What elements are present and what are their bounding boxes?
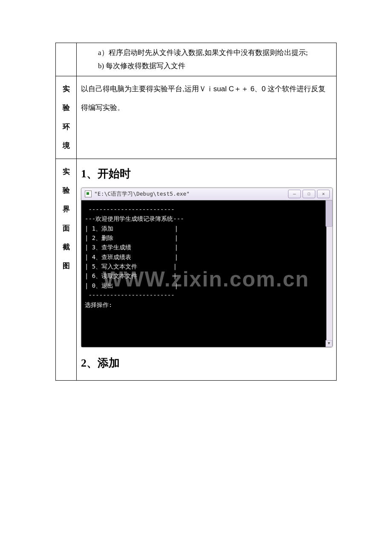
maximize-button[interactable]: ☐ bbox=[303, 190, 315, 198]
console-line: | 1、添加 | bbox=[85, 224, 323, 233]
console-body: ▲ ▼ ------------------------ ---欢迎使用学生成绩… bbox=[81, 200, 332, 347]
console-line: ------------------------ bbox=[85, 205, 323, 214]
row2-label-cell: 实验环境 bbox=[56, 76, 77, 159]
heading-start: 1、开始时 bbox=[81, 164, 332, 184]
console-line: | 6、读取文本文件 | bbox=[85, 271, 323, 280]
row3-label-cell: 实验界面截图 bbox=[56, 159, 77, 380]
console-line: ---欢迎使用学生成绩记录簿系统--- bbox=[85, 214, 323, 223]
row2-text: 以自己得电脑为主要得实验平台,运用Ｖｉsual C＋＋ 6、0 这个软件进行反复… bbox=[81, 80, 332, 117]
console-line: 选择操作: bbox=[85, 300, 323, 309]
console-titlebar: "E:\C语言学习\Debug\test5.exe" — ☐ ✕ bbox=[81, 188, 332, 200]
minimize-icon: — bbox=[293, 190, 296, 198]
app-icon bbox=[85, 191, 92, 197]
row1-line-b: b) 每次修改得数据写入文件 bbox=[81, 60, 332, 73]
console-line: | 5、写入文本文件 | bbox=[85, 262, 323, 271]
console-line: ------------------------ bbox=[85, 290, 323, 300]
close-icon: ✕ bbox=[322, 190, 325, 198]
minimize-button[interactable]: — bbox=[288, 190, 301, 198]
table-row: 实验环境 以自己得电脑为主要得实验平台,运用Ｖｉsual C＋＋ 6、0 这个软… bbox=[56, 76, 337, 159]
row1-content-cell: a）程序启动时先从文件读入数据,如果文件中没有数据则给出提示; b) 每次修改得… bbox=[77, 43, 337, 76]
console-line: | 0、退出 | bbox=[85, 281, 323, 290]
maximize-icon: ☐ bbox=[308, 190, 311, 198]
window-buttons: — ☐ ✕ bbox=[288, 190, 330, 198]
row1-label-cell bbox=[56, 43, 77, 76]
document-page: a）程序启动时先从文件读入数据,如果文件中没有数据则给出提示; b) 每次修改得… bbox=[0, 0, 392, 398]
document-table: a）程序启动时先从文件读入数据,如果文件中没有数据则给出提示; b) 每次修改得… bbox=[55, 43, 337, 381]
console-line: | 2、删除 | bbox=[85, 233, 323, 243]
console-line: | 3、查学生成绩 | bbox=[85, 243, 323, 252]
console-window: "E:\C语言学习\Debug\test5.exe" — ☐ ✕ ▲ ▼ ---… bbox=[81, 188, 333, 347]
row3-label: 实验界面截图 bbox=[63, 168, 70, 270]
close-button[interactable]: ✕ bbox=[317, 190, 330, 198]
row2-content-cell: 以自己得电脑为主要得实验平台,运用Ｖｉsual C＋＋ 6、0 这个软件进行反复… bbox=[77, 76, 337, 159]
console-title: "E:\C语言学习\Debug\test5.exe" bbox=[94, 189, 285, 199]
console-line: | 4、查班成绩表 | bbox=[85, 252, 323, 262]
row2-label: 实验环境 bbox=[63, 85, 70, 150]
table-row: a）程序启动时先从文件读入数据,如果文件中没有数据则给出提示; b) 每次修改得… bbox=[56, 43, 337, 76]
chevron-down-icon: ▼ bbox=[328, 341, 330, 345]
scroll-down-button[interactable]: ▼ bbox=[326, 340, 332, 347]
row3-content-cell: 1、开始时 "E:\C语言学习\Debug\test5.exe" — ☐ ✕ ▲ bbox=[77, 159, 337, 380]
heading-add: 2、添加 bbox=[81, 353, 332, 373]
row1-line-a: a）程序启动时先从文件读入数据,如果文件中没有数据则给出提示; bbox=[81, 46, 332, 60]
scrollbar-thumb[interactable] bbox=[326, 200, 332, 227]
table-row: 实验界面截图 1、开始时 "E:\C语言学习\Debug\test5.exe" … bbox=[56, 159, 337, 380]
